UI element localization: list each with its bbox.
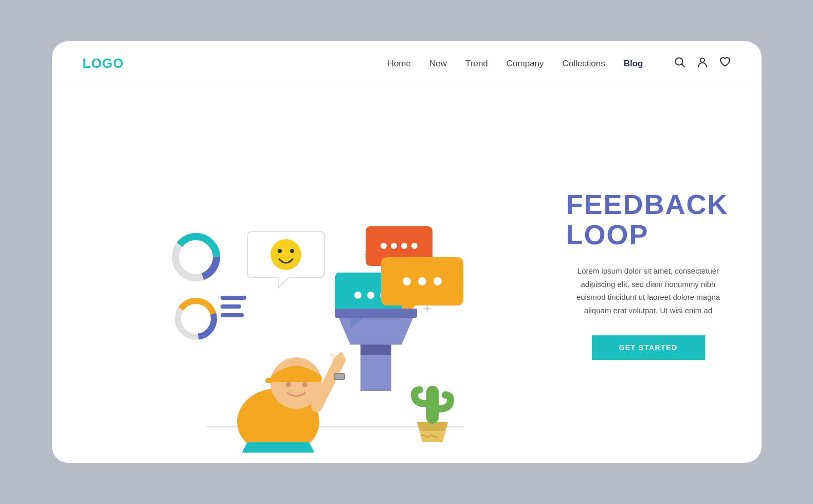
svg-line-1 — [681, 64, 684, 67]
user-icon[interactable] — [697, 57, 708, 70]
nav-trend[interactable]: Trend — [465, 59, 488, 69]
content-area: FEEDBACK LOOP Lorem ipsum dolor sit amet… — [546, 86, 762, 463]
nav-new[interactable]: New — [429, 59, 447, 69]
nav-company[interactable]: Company — [507, 59, 544, 69]
svg-rect-12 — [221, 313, 244, 317]
svg-point-16 — [381, 243, 387, 249]
svg-rect-31 — [265, 378, 273, 383]
navbar: LOGO Home New Trend Company Collections … — [52, 41, 762, 86]
svg-point-32 — [286, 382, 291, 387]
svg-point-13 — [270, 239, 301, 270]
main-card: LOGO Home New Trend Company Collections … — [52, 41, 762, 463]
nav-home[interactable]: Home — [388, 59, 411, 69]
svg-point-18 — [401, 243, 407, 249]
svg-point-21 — [367, 292, 374, 299]
nav-links: Home New Trend Company Collections Blog — [388, 59, 643, 69]
svg-point-25 — [433, 277, 442, 285]
main-content: FEEDBACK LOOP Lorem ipsum dolor sit amet… — [52, 86, 762, 463]
hero-illustration — [144, 154, 463, 453]
svg-rect-30 — [270, 374, 322, 382]
svg-point-23 — [403, 277, 411, 285]
svg-rect-11 — [221, 304, 241, 309]
svg-point-15 — [290, 249, 294, 253]
svg-rect-26 — [335, 309, 417, 318]
svg-point-33 — [302, 382, 308, 387]
hero-headline: FEEDBACK LOOP — [566, 189, 731, 250]
nav-collections[interactable]: Collections — [563, 59, 605, 69]
nav-icons — [674, 57, 731, 70]
logo[interactable]: LOGO — [83, 56, 124, 71]
svg-point-24 — [418, 277, 426, 285]
hero-description: Lorem ipsum dolor sit amet, consectetuer… — [566, 264, 731, 317]
svg-rect-35 — [335, 374, 344, 379]
heart-icon[interactable] — [719, 57, 731, 70]
illustration-area — [52, 86, 546, 463]
svg-point-20 — [354, 292, 362, 299]
svg-rect-27 — [360, 345, 391, 355]
nav-blog[interactable]: Blog — [624, 59, 643, 69]
search-icon[interactable] — [674, 57, 685, 70]
svg-point-17 — [391, 243, 397, 249]
svg-point-2 — [700, 58, 704, 62]
svg-point-19 — [411, 243, 418, 249]
svg-point-14 — [278, 249, 282, 253]
cta-button[interactable]: GET STARTED — [592, 335, 705, 360]
svg-rect-10 — [221, 296, 246, 300]
